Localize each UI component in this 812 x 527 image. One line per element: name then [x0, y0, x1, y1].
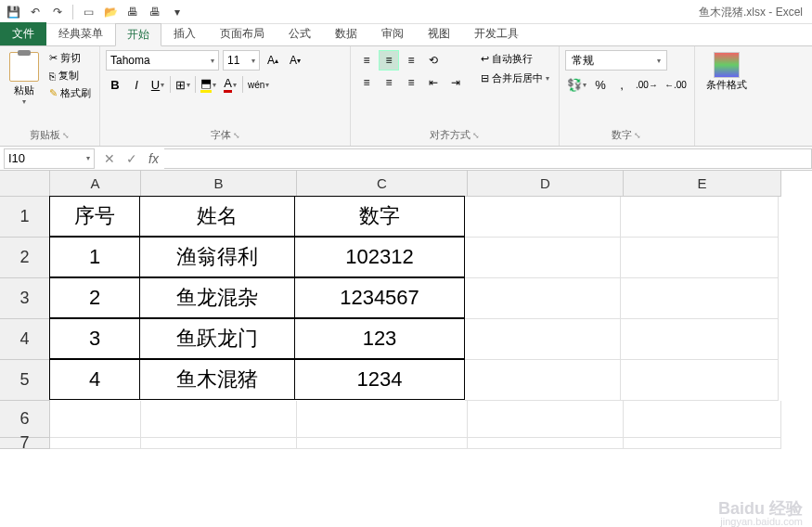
font-size-combo[interactable]: 11▾ [223, 50, 260, 71]
dialog-launcher-icon[interactable]: ⤡ [62, 131, 70, 140]
cell[interactable] [621, 197, 779, 238]
cell[interactable] [621, 278, 779, 319]
tab-formulas[interactable]: 公式 [277, 22, 323, 45]
dialog-launcher-icon[interactable]: ⤡ [233, 131, 240, 140]
formula-input[interactable] [164, 148, 812, 169]
cell[interactable] [468, 438, 624, 449]
customize-qat-icon[interactable]: ▾ [170, 5, 185, 19]
merge-center-button[interactable]: ⊟合并后居中▾ [477, 70, 553, 87]
cell[interactable]: 姓名 [139, 196, 295, 237]
cell[interactable] [141, 401, 297, 438]
fx-icon[interactable]: fx [143, 151, 164, 166]
font-color-button[interactable]: A [221, 74, 239, 95]
column-header[interactable]: D [468, 171, 624, 197]
phonetic-button[interactable]: wén [246, 74, 271, 95]
cell[interactable] [465, 238, 621, 278]
orientation-button[interactable]: ⟲ [423, 50, 444, 71]
cell[interactable]: 1 [49, 237, 140, 277]
row-header[interactable]: 6 [0, 401, 50, 438]
cell[interactable] [624, 438, 781, 449]
format-painter-button[interactable]: ✎格式刷 [46, 85, 94, 101]
increase-indent-button[interactable]: ⇥ [445, 72, 466, 93]
wrap-text-button[interactable]: ↩自动换行 [477, 50, 553, 68]
italic-button[interactable]: I [127, 74, 146, 95]
row-header[interactable]: 7 [0, 438, 50, 449]
percent-button[interactable]: % [591, 74, 610, 95]
decrease-font-button[interactable]: A▾ [286, 50, 304, 71]
cell[interactable]: 数字 [294, 196, 465, 237]
tab-view[interactable]: 视图 [416, 22, 462, 45]
cell[interactable] [50, 401, 141, 438]
row-header[interactable]: 5 [0, 360, 50, 401]
borders-button[interactable]: ⊞ [174, 74, 192, 95]
cell[interactable]: 1234567 [294, 277, 465, 318]
tab-data[interactable]: 数据 [323, 22, 369, 45]
save-icon[interactable]: 💾 [6, 5, 20, 19]
comma-button[interactable]: , [612, 74, 631, 95]
cell[interactable] [465, 360, 621, 401]
cell[interactable] [621, 238, 779, 278]
cell[interactable] [621, 360, 779, 401]
tab-review[interactable]: 审阅 [369, 22, 416, 45]
number-format-combo[interactable]: 常规▾ [565, 50, 667, 71]
column-header[interactable]: C [297, 171, 468, 197]
cell[interactable] [465, 319, 621, 360]
redo-icon[interactable]: ↷ [50, 5, 65, 19]
decrease-decimal-button[interactable]: ←.00 [663, 74, 689, 95]
align-center-button[interactable]: ≡ [379, 72, 399, 93]
dialog-launcher-icon[interactable]: ⤡ [634, 131, 641, 140]
cancel-button[interactable]: ✕ [98, 148, 121, 169]
printpreview-icon[interactable]: 🖶 [148, 5, 162, 19]
open-icon[interactable]: 📂 [103, 5, 118, 19]
cell[interactable] [297, 401, 468, 438]
cell[interactable]: 鱼木混猪 [139, 359, 295, 400]
column-header[interactable]: B [141, 171, 297, 197]
bold-button[interactable]: B [106, 74, 124, 95]
column-header[interactable]: E [624, 171, 781, 197]
tab-developer[interactable]: 开发工具 [462, 22, 531, 45]
cell[interactable] [621, 319, 779, 360]
row-header[interactable]: 3 [0, 278, 50, 319]
increase-font-button[interactable]: A▴ [264, 50, 282, 71]
select-all-corner[interactable] [0, 171, 50, 197]
align-left-button[interactable]: ≡ [356, 72, 377, 93]
dialog-launcher-icon[interactable]: ⤡ [472, 131, 480, 140]
enter-button[interactable]: ✓ [121, 148, 143, 169]
cell[interactable]: 序号 [49, 196, 140, 237]
cell[interactable] [50, 438, 141, 449]
name-box[interactable]: I10▾ [4, 148, 95, 169]
align-bottom-button[interactable]: ≡ [401, 50, 421, 71]
cell[interactable] [465, 278, 621, 319]
tab-home[interactable]: 开始 [115, 23, 161, 46]
column-header[interactable]: A [50, 171, 141, 197]
cell[interactable] [141, 438, 297, 449]
cell[interactable]: 102312 [294, 237, 465, 277]
align-right-button[interactable]: ≡ [401, 72, 421, 93]
cell[interactable] [297, 438, 468, 449]
decrease-indent-button[interactable]: ⇤ [423, 72, 444, 93]
cell[interactable]: 鱼龙混杂 [139, 277, 295, 318]
tab-file[interactable]: 文件 [0, 22, 46, 45]
cell[interactable]: 4 [49, 359, 140, 400]
row-header[interactable]: 2 [0, 238, 50, 278]
accounting-format-button[interactable]: 💱 [565, 74, 588, 95]
new-icon[interactable]: ▭ [81, 5, 96, 19]
row-header[interactable]: 1 [0, 197, 50, 238]
cell[interactable] [468, 401, 624, 438]
cell[interactable]: 1234 [294, 359, 465, 400]
tab-pagelayout[interactable]: 页面布局 [208, 22, 277, 45]
align-middle-button[interactable]: ≡ [379, 50, 399, 71]
cell[interactable]: 3 [49, 318, 140, 359]
cell[interactable]: 渔翁得利 [139, 237, 295, 277]
cell[interactable]: 123 [294, 318, 465, 359]
align-top-button[interactable]: ≡ [356, 50, 377, 71]
copy-button[interactable]: ⎘复制 [46, 68, 94, 84]
paste-button[interactable]: 粘贴 ▾ [6, 50, 43, 126]
increase-decimal-button[interactable]: .00→ [634, 74, 660, 95]
font-name-combo[interactable]: Tahoma▾ [106, 50, 219, 71]
tab-classic[interactable]: 经典菜单 [46, 22, 115, 45]
cell[interactable] [465, 197, 621, 238]
undo-icon[interactable]: ↶ [28, 5, 43, 19]
conditional-formatting-button[interactable]: 条件格式 [701, 50, 753, 94]
cut-button[interactable]: ✂剪切 [46, 50, 94, 66]
